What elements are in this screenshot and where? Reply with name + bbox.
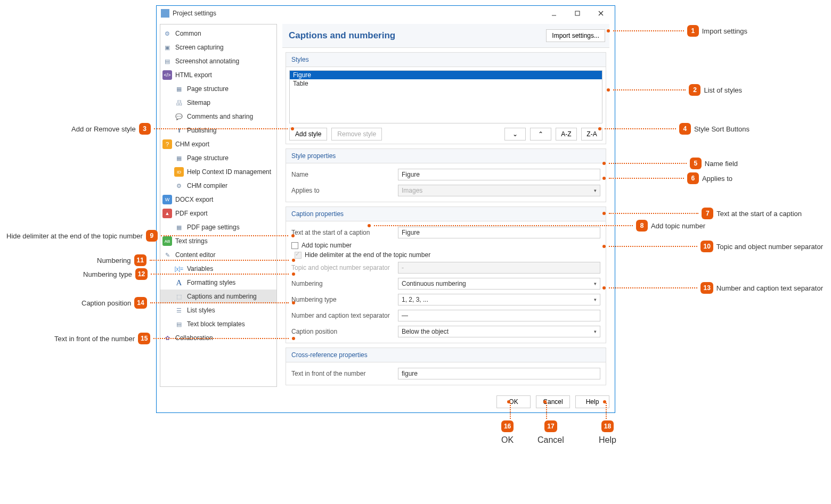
text-start-label: Text at the start of a caption	[291, 229, 393, 236]
chevron-down-icon: ▾	[594, 188, 597, 193]
sort-az-button[interactable]: A-Z	[556, 128, 577, 141]
sidebar-item-screenshot-annotating[interactable]: ▤Screenshot annotating	[160, 54, 276, 68]
text-start-field[interactable]: Figure	[398, 227, 600, 238]
publish-icon: ⬆	[174, 126, 184, 135]
crossref-panel: Cross-reference properties Text in front…	[286, 348, 606, 385]
maximize-button[interactable]	[566, 6, 589, 21]
callout-18: 18Help	[596, 420, 620, 445]
move-down-button[interactable]: ⌄	[504, 128, 526, 141]
ok-button[interactable]: OK	[496, 395, 531, 408]
sidebar-item-common[interactable]: ⚙Common	[160, 27, 276, 40]
callout-6: 6Applies to	[602, 172, 736, 184]
formatting-icon: A	[174, 278, 184, 287]
docx-icon: W	[162, 195, 172, 204]
numcap-sep-field[interactable]: —	[398, 310, 600, 321]
add-style-button[interactable]: Add style	[289, 128, 327, 141]
numtype-select[interactable]: 1, 2, 3, ...▾	[398, 294, 600, 305]
pdf-icon: ▲	[162, 209, 172, 218]
front-text-label: Text in front of the number	[291, 370, 393, 377]
add-topic-number-checkbox[interactable]	[291, 242, 298, 249]
camera-icon: ▣	[162, 43, 172, 52]
project-settings-dialog: Project settings ⚙Common ▣Screen capturi…	[156, 5, 615, 413]
cancel-button[interactable]: Cancel	[536, 395, 570, 408]
compiler-icon: ⚙	[174, 181, 184, 191]
chevron-down-icon: ⌄	[512, 130, 518, 138]
sidebar-item-chm-compiler[interactable]: ⚙CHM compiler	[160, 179, 276, 193]
sidebar-item-comments[interactable]: 💬Comments and sharing	[160, 110, 276, 123]
list-icon: ☰	[174, 305, 184, 315]
callout-4: 4Style Sort Buttons	[598, 123, 753, 135]
page-icon: ▦	[174, 153, 184, 163]
comments-icon: 💬	[174, 112, 184, 121]
sidebar-item-content-editor[interactable]: ✎Content editor	[160, 248, 276, 262]
style-row-table[interactable]: Table	[290, 79, 602, 88]
sidebar-item-chm-page-structure[interactable]: ▦Page structure	[160, 151, 276, 165]
callout-10: 10Topic and object number separator	[602, 241, 826, 252]
sidebar-item-sitemap[interactable]: 品Sitemap	[160, 96, 276, 110]
sidebar-item-screen-capturing[interactable]: ▣Screen capturing	[160, 40, 276, 54]
sidebar-item-pdf-page-settings[interactable]: ▦PDF page settings	[160, 220, 276, 234]
applies-to-select[interactable]: Images▾	[398, 185, 600, 196]
sidebar-item-publishing[interactable]: ⬆Publishing	[160, 123, 276, 137]
add-topic-number-label: Add topic number	[302, 242, 352, 249]
sidebar-item-chm-export[interactable]: ?CHM export	[160, 137, 276, 151]
numcap-sep-label: Number and caption text separator	[291, 312, 393, 319]
sidebar-item-captions-numbering[interactable]: ⬚Captions and numbering	[160, 290, 276, 303]
gear-icon: ⚙	[162, 29, 172, 38]
callout-16: 16OK	[498, 420, 517, 445]
callout-line-18	[606, 403, 607, 419]
import-settings-button[interactable]: Import settings...	[546, 29, 605, 42]
id-icon: ID	[174, 167, 184, 177]
style-properties-panel: Style properties Name Figure Applies to …	[286, 148, 606, 202]
close-button[interactable]	[589, 6, 613, 21]
variables-icon: [x]=	[174, 264, 184, 274]
callout-line-16	[510, 403, 511, 419]
styles-heading: Styles	[286, 53, 606, 67]
sidebar-item-formatting-styles[interactable]: AFormatting styles	[160, 276, 276, 290]
caption-pos-select[interactable]: Below the object▾	[398, 326, 600, 337]
topic-sep-label: Topic and object number separator	[291, 264, 393, 271]
sidebar-item-text-strings[interactable]: ABText strings	[160, 234, 276, 248]
callout-2: 2List of styles	[607, 84, 745, 96]
sidebar-item-textblock-templates[interactable]: ▤Text block templates	[160, 317, 276, 331]
page-icon: ▦	[174, 84, 184, 94]
styles-panel: Styles Figure Table Add style Remove sty…	[286, 52, 606, 144]
sidebar-item-help-context[interactable]: IDHelp Context ID management	[160, 165, 276, 179]
content-area: Captions and numbering Import settings..…	[282, 24, 609, 387]
name-field[interactable]: Figure	[398, 169, 600, 180]
sidebar-item-collaboration[interactable]: ✿Collaboration	[160, 331, 276, 345]
remove-style-button[interactable]: Remove style	[331, 128, 382, 141]
sidebar-item-page-structure[interactable]: ▦Page structure	[160, 82, 276, 96]
callout-13: 13Number and caption text separator	[602, 282, 826, 294]
sidebar-item-pdf-export[interactable]: ▲PDF export	[160, 206, 276, 220]
numbering-select[interactable]: Continuous numbering▾	[398, 278, 600, 290]
annotate-icon: ▤	[162, 56, 172, 66]
sidebar-item-docx-export[interactable]: WDOCX export	[160, 193, 276, 206]
window-title: Project settings	[173, 10, 216, 17]
sidebar-item-variables[interactable]: [x]=Variables	[160, 262, 276, 276]
style-properties-heading: Style properties	[286, 149, 606, 163]
svg-rect-1	[575, 11, 580, 15]
app-icon	[161, 9, 169, 18]
page-icon: ▦	[174, 222, 184, 232]
sitemap-icon: 品	[174, 98, 184, 108]
front-text-field[interactable]: figure	[398, 368, 600, 379]
caption-properties-heading: Caption properties	[286, 207, 606, 221]
text-icon: AB	[162, 236, 172, 246]
move-up-button[interactable]: ⌃	[530, 128, 551, 141]
html-icon: </>	[162, 70, 172, 80]
styles-list[interactable]: Figure Table	[289, 70, 602, 123]
sidebar-item-html-export[interactable]: </>HTML export	[160, 68, 276, 82]
editor-icon: ✎	[162, 250, 172, 260]
chevron-down-icon: ▾	[594, 297, 597, 302]
captions-icon: ⬚	[174, 292, 184, 301]
hide-delimiter-label: Hide delimiter at the end of the topic n…	[305, 251, 430, 259]
settings-tree[interactable]: ⚙Common ▣Screen capturing ▤Screenshot an…	[160, 24, 277, 387]
style-row-figure[interactable]: Figure	[290, 71, 602, 79]
chevron-up-icon: ⌃	[538, 130, 543, 138]
sidebar-item-list-styles[interactable]: ☰List styles	[160, 303, 276, 317]
numbering-label: Numbering	[291, 280, 393, 287]
sort-za-button[interactable]: Z-A	[581, 128, 602, 141]
minimize-button[interactable]	[542, 6, 566, 21]
page-title: Captions and numbering	[289, 30, 395, 41]
